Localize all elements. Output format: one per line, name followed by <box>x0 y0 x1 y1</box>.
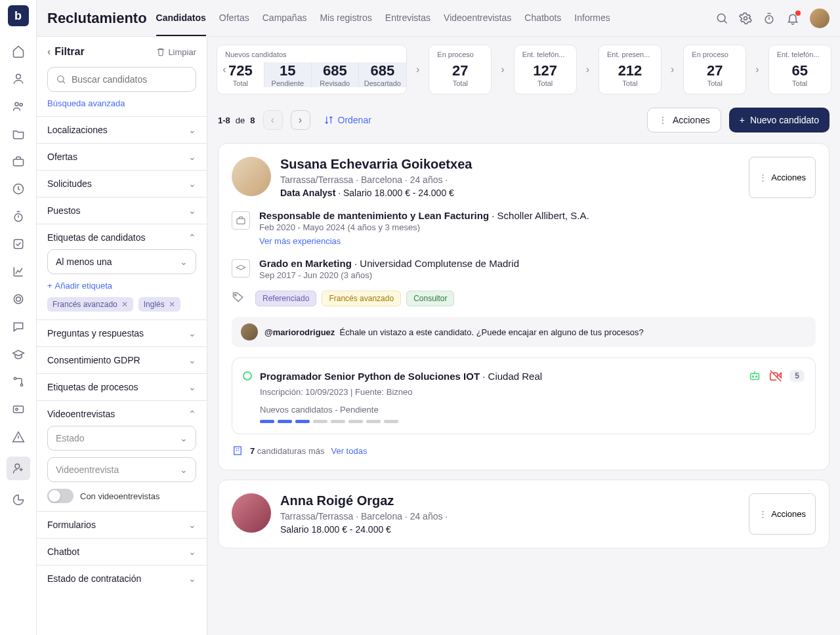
recruit-icon[interactable] <box>7 457 30 480</box>
prev-page-button[interactable]: ‹ <box>263 110 283 130</box>
filter-preguntas[interactable]: Preguntas y respuestas⌄ <box>37 319 207 346</box>
flow-icon[interactable] <box>10 374 26 390</box>
advanced-search-link[interactable]: Búsqueda avanzada <box>37 98 207 116</box>
video-off-icon[interactable] <box>768 369 783 383</box>
stage-card[interactable]: Ent. telefón...127Total <box>514 45 577 94</box>
stage-card[interactable]: En proceso27Total <box>429 45 492 94</box>
progress-step <box>384 420 398 423</box>
timer-icon[interactable] <box>10 209 26 224</box>
more-applications: 7 candidaturas más Ver todas <box>232 445 816 457</box>
stopwatch-icon[interactable] <box>763 12 776 25</box>
sort-button[interactable]: Ordenar <box>324 115 371 125</box>
clock-icon[interactable] <box>10 181 26 197</box>
remove-tag-icon[interactable]: ✕ <box>121 300 128 309</box>
card-actions-button[interactable]: ⋮Acciones <box>749 157 816 198</box>
mention-note: @mariorodriguez Échale un vistazo a este… <box>232 317 816 347</box>
candidate-tag[interactable]: Francés avanzado <box>322 291 401 306</box>
remove-tag-icon[interactable]: ✕ <box>169 300 175 309</box>
section-toggle[interactable]: Videoentrevistas <box>47 409 115 419</box>
candidate-name[interactable]: Susana Echevarria Goikoetxea <box>280 157 740 172</box>
search-input[interactable] <box>72 74 188 85</box>
candidate-tag[interactable]: Consultor <box>406 291 454 306</box>
filter-estado-contratacion[interactable]: Estado de contratación⌄ <box>37 565 207 592</box>
section-toggle[interactable]: Etiquetas de candidatos <box>47 232 145 243</box>
mention-text: Échale un vistazo a este candidato. ¿Pue… <box>340 327 644 337</box>
gear-icon[interactable] <box>739 12 752 25</box>
stage-next-icon[interactable]: › <box>415 64 421 75</box>
tag-mode-select[interactable]: Al menos una⌄ <box>47 249 196 274</box>
users-icon[interactable] <box>10 98 26 114</box>
clear-label: Limpiar <box>168 47 196 57</box>
stage-count: 685 <box>317 62 353 79</box>
folder-icon[interactable] <box>10 126 26 142</box>
check-icon[interactable] <box>10 236 26 252</box>
add-tag-button[interactable]: +Añadir etiqueta <box>47 281 196 291</box>
next-page-button[interactable]: › <box>291 110 310 130</box>
stage-next-icon[interactable]: › <box>499 64 505 75</box>
view-all-link[interactable]: Ver todas <box>331 446 367 456</box>
tab-mis-registros[interactable]: Mis registros <box>320 1 371 36</box>
stage-card[interactable]: Ent. telefón...65Total <box>768 45 831 94</box>
stage-next-icon[interactable]: › <box>585 64 591 75</box>
candidate-avatar[interactable] <box>232 157 271 196</box>
stage-count: 15 <box>270 62 306 79</box>
search-input-wrapper[interactable] <box>47 67 196 92</box>
filter-ofertas[interactable]: Ofertas⌄ <box>37 143 207 170</box>
chevron-left-icon[interactable]: ‹ <box>47 46 51 58</box>
candidate-tag[interactable]: Referenciado <box>255 291 316 306</box>
bell-icon[interactable] <box>786 12 799 25</box>
briefcase-icon[interactable] <box>10 154 26 169</box>
warning-icon[interactable] <box>10 429 26 445</box>
mention-user[interactable]: @mariorodriguez <box>264 327 335 337</box>
chat-icon[interactable] <box>10 319 26 335</box>
tab-ofertas[interactable]: Ofertas <box>219 1 249 36</box>
target-icon[interactable] <box>10 291 26 307</box>
more-experiences-link[interactable]: Ver más experiencias <box>259 236 816 246</box>
pie-icon[interactable] <box>10 492 26 508</box>
stage-next-icon[interactable]: › <box>669 64 675 75</box>
actions-button[interactable]: ⋮Acciones <box>647 108 721 133</box>
card-actions-button[interactable]: ⋮Acciones <box>749 493 816 535</box>
stage-prev-icon[interactable]: ‹ <box>219 60 230 79</box>
user-avatar[interactable] <box>810 9 830 28</box>
svg-rect-11 <box>13 406 23 413</box>
filter-solicitudes[interactable]: Solicitudes⌄ <box>37 170 207 197</box>
clear-button[interactable]: Limpiar <box>156 47 196 57</box>
stage-card[interactable]: En proceso27Total <box>683 45 746 94</box>
new-candidate-button[interactable]: +Nuevo candidato <box>729 108 830 133</box>
video-toggle[interactable] <box>47 489 74 503</box>
stage-next-icon[interactable]: › <box>754 64 760 75</box>
chevron-up-icon[interactable]: ⌃ <box>188 232 196 243</box>
filter-chatbot[interactable]: Chatbot⌄ <box>37 538 207 565</box>
candidate-avatar[interactable] <box>232 493 271 533</box>
academic-icon[interactable] <box>10 346 26 362</box>
tab-candidatos[interactable]: Candidatos <box>156 1 206 36</box>
id-icon[interactable] <box>10 401 26 417</box>
chevron-up-icon[interactable]: ⌃ <box>188 409 196 419</box>
estado-select[interactable]: Estado⌄ <box>47 426 196 451</box>
home-icon[interactable] <box>10 43 26 59</box>
stage-card[interactable]: Ent. presen...212Total <box>598 45 662 94</box>
filter-gdpr[interactable]: Consentimiento GDPR⌄ <box>37 346 207 373</box>
search-icon[interactable] <box>715 12 728 25</box>
svg-point-16 <box>765 15 773 23</box>
user-icon[interactable] <box>10 71 26 87</box>
video-select[interactable]: Videoentrevista⌄ <box>47 457 196 482</box>
filter-localizaciones[interactable]: Localizaciones⌄ <box>37 116 207 143</box>
tab-videoentrevistas[interactable]: Videoentrevistas <box>444 1 511 36</box>
chart-icon[interactable] <box>10 264 26 279</box>
filter-etiquetas-candidatos: Etiquetas de candidatos⌃ Al menos una⌄ +… <box>37 224 207 319</box>
filter-formularios[interactable]: Formularios⌄ <box>37 511 207 538</box>
tab-informes[interactable]: Informes <box>574 1 610 36</box>
tab-entrevistas[interactable]: Entrevistas <box>385 1 430 36</box>
filter-etiquetas-procesos[interactable]: Etiquetas de procesos⌄ <box>37 373 207 400</box>
stage-card[interactable]: Nuevos candidatos725Total15Pendiente685R… <box>217 45 407 94</box>
tab-chatbots[interactable]: Chatbots <box>524 1 561 36</box>
candidate-name[interactable]: Anna Roigé Orgaz <box>280 493 740 508</box>
filter-puestos[interactable]: Puestos⌄ <box>37 197 207 224</box>
bot-icon[interactable] <box>747 369 762 383</box>
svg-rect-20 <box>751 373 759 379</box>
process-box[interactable]: Programador Senior Python de Soluciones … <box>232 358 816 434</box>
stage-sublabel: Descartado <box>364 79 401 87</box>
tab-campanas[interactable]: Campañas <box>262 1 307 36</box>
